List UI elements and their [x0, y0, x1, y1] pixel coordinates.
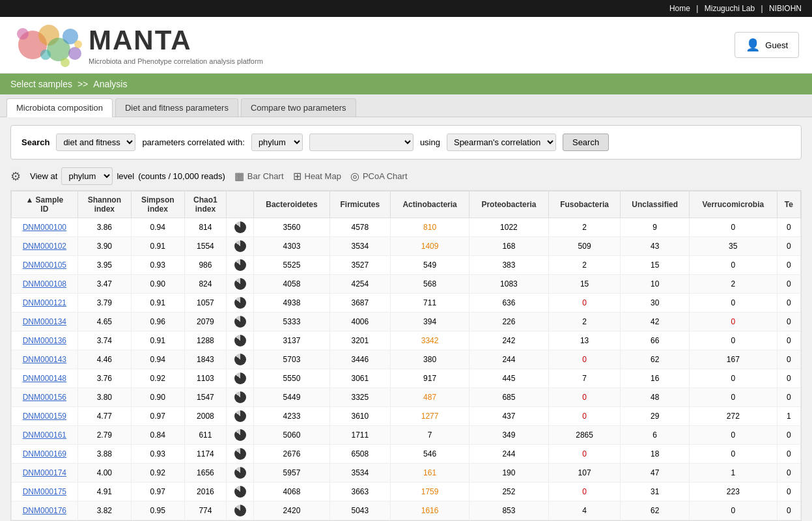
- sample-id-cell[interactable]: DNM000102: [12, 237, 78, 256]
- tab-diet-fitness[interactable]: Diet and fitness parameters: [115, 98, 238, 117]
- fusobacteria-cell: 15: [548, 275, 621, 294]
- sample-id-cell[interactable]: DNM000143: [12, 350, 78, 369]
- breadcrumb-bar: Select samples >> Analysis: [0, 74, 812, 94]
- col-shannon: Shannonindex: [77, 191, 131, 218]
- heat-map-button[interactable]: ⊞ Heat Map: [293, 170, 341, 182]
- firmicutes-cell: 6508: [329, 445, 391, 464]
- verrucomicrobia-cell: 272: [689, 407, 777, 426]
- sample-id-cell[interactable]: DNM000175: [12, 483, 78, 501]
- verrucomicrobia-cell: 0: [689, 331, 777, 350]
- bacteroidetes-cell: 5333: [254, 313, 329, 331]
- te-cell: 0: [777, 445, 800, 464]
- sample-id-cell[interactable]: DNM000148: [12, 369, 78, 388]
- unclassified-cell: 9: [621, 218, 690, 237]
- shannon-cell: 2.79: [77, 426, 131, 445]
- tabs: Microbiota composition Diet and fitness …: [0, 94, 812, 117]
- verrucomicrobia-cell: 1: [689, 464, 777, 483]
- unclassified-cell: 10: [621, 275, 690, 294]
- fusobacteria-cell: 2: [548, 256, 621, 275]
- home-link[interactable]: Home: [669, 4, 690, 13]
- sample-id-cell[interactable]: DNM000100: [12, 218, 78, 237]
- method-select[interactable]: Spearman's correlation Pearson's correla…: [447, 134, 556, 151]
- col-fusobacteria: Fusobacteria: [548, 191, 621, 218]
- col-sample-id[interactable]: ▲ SampleID: [12, 191, 78, 218]
- simpson-cell: 0.93: [132, 256, 185, 275]
- chao1-cell: 814: [184, 218, 227, 237]
- proteobacteria-cell: 445: [469, 369, 549, 388]
- param3-select[interactable]: [309, 134, 413, 151]
- pcoa-chart-button[interactable]: ◎ PCoA Chart: [350, 170, 408, 182]
- table-row: DNM000121 3.79 0.91 1057 4938 3687 711 6…: [12, 294, 801, 313]
- shannon-cell: 3.95: [77, 256, 131, 275]
- param2-select[interactable]: phylum genus species: [251, 134, 303, 151]
- col-verrucomicrobia: Verrucomicrobia: [689, 191, 777, 218]
- counts-label: (counts / 10,000 reads): [138, 171, 225, 181]
- tab-microbiota-composition[interactable]: Microbiota composition: [7, 98, 113, 117]
- mizuguchi-lab-link[interactable]: Mizuguchi Lab: [705, 4, 755, 13]
- unclassified-cell: 47: [621, 464, 690, 483]
- shannon-cell: 3.90: [77, 237, 131, 256]
- chao1-cell: 2008: [184, 407, 227, 426]
- te-cell: 0: [777, 426, 800, 445]
- sample-id-cell[interactable]: DNM000159: [12, 407, 78, 426]
- actinobacteria-cell: 7: [391, 426, 469, 445]
- shannon-cell: 3.74: [77, 331, 131, 350]
- bar-chart-button[interactable]: ▦ Bar Chart: [234, 170, 284, 182]
- user-box[interactable]: 👤 Guest: [735, 32, 799, 58]
- unclassified-cell: 42: [621, 313, 690, 331]
- verrucomicrobia-cell: 0: [689, 294, 777, 313]
- shannon-cell: 3.80: [77, 388, 131, 407]
- sample-id-cell[interactable]: DNM000108: [12, 275, 78, 294]
- sample-id-cell[interactable]: DNM000176: [12, 501, 78, 520]
- actinobacteria-cell: 711: [391, 294, 469, 313]
- pie-cell: [227, 275, 254, 294]
- simpson-cell: 0.97: [132, 483, 185, 501]
- actinobacteria-cell: 3342: [391, 331, 469, 350]
- select-samples-link[interactable]: Select samples: [10, 79, 72, 89]
- pie-cell: [227, 331, 254, 350]
- shannon-cell: 4.91: [77, 483, 131, 501]
- simpson-cell: 0.91: [132, 294, 185, 313]
- settings-button[interactable]: ⚙: [10, 169, 21, 184]
- sample-id-cell[interactable]: DNM000174: [12, 464, 78, 483]
- sample-id-cell[interactable]: DNM000161: [12, 426, 78, 445]
- chao1-cell: 611: [184, 426, 227, 445]
- analysis-label: Analysis: [93, 79, 127, 89]
- correlated-with-label: parameters correlated with:: [142, 137, 245, 147]
- firmicutes-cell: 1711: [329, 426, 391, 445]
- firmicutes-cell: 3446: [329, 350, 391, 369]
- shannon-cell: 3.47: [77, 275, 131, 294]
- unclassified-cell: 6: [621, 426, 690, 445]
- tab-compare-parameters[interactable]: Compare two parameters: [241, 98, 356, 117]
- bacteroidetes-cell: 5703: [254, 350, 329, 369]
- fusobacteria-cell: 2: [548, 313, 621, 331]
- sample-id-cell[interactable]: DNM000169: [12, 445, 78, 464]
- bacteroidetes-cell: 4058: [254, 275, 329, 294]
- proteobacteria-cell: 383: [469, 256, 549, 275]
- unclassified-cell: 29: [621, 407, 690, 426]
- heat-map-label: Heat Map: [305, 171, 341, 181]
- firmicutes-cell: 3325: [329, 388, 391, 407]
- sample-id-cell[interactable]: DNM000134: [12, 313, 78, 331]
- search-button[interactable]: Search: [563, 134, 609, 151]
- col-chao1: Chao1index: [184, 191, 227, 218]
- simpson-cell: 0.93: [132, 445, 185, 464]
- nibiohn-link[interactable]: NIBIOHN: [769, 4, 802, 13]
- sample-id-cell[interactable]: DNM000121: [12, 294, 78, 313]
- verrucomicrobia-cell: 0: [689, 256, 777, 275]
- breadcrumb-separator: >>: [77, 79, 88, 89]
- sample-id-cell[interactable]: DNM000156: [12, 388, 78, 407]
- param1-select[interactable]: diet and fitness microbiota: [56, 134, 135, 151]
- col-te: Te: [777, 191, 800, 218]
- bacteroidetes-cell: 4938: [254, 294, 329, 313]
- sample-id-cell[interactable]: DNM000136: [12, 331, 78, 350]
- level-select[interactable]: phylum genus species: [61, 167, 113, 185]
- firmicutes-cell: 3534: [329, 464, 391, 483]
- simpson-cell: 0.90: [132, 388, 185, 407]
- sample-id-cell[interactable]: DNM000105: [12, 256, 78, 275]
- actinobacteria-cell: 380: [391, 350, 469, 369]
- verrucomicrobia-cell: 0: [689, 313, 777, 331]
- shannon-cell: 4.00: [77, 464, 131, 483]
- verrucomicrobia-cell: 0: [689, 445, 777, 464]
- verrucomicrobia-cell: 0: [689, 218, 777, 237]
